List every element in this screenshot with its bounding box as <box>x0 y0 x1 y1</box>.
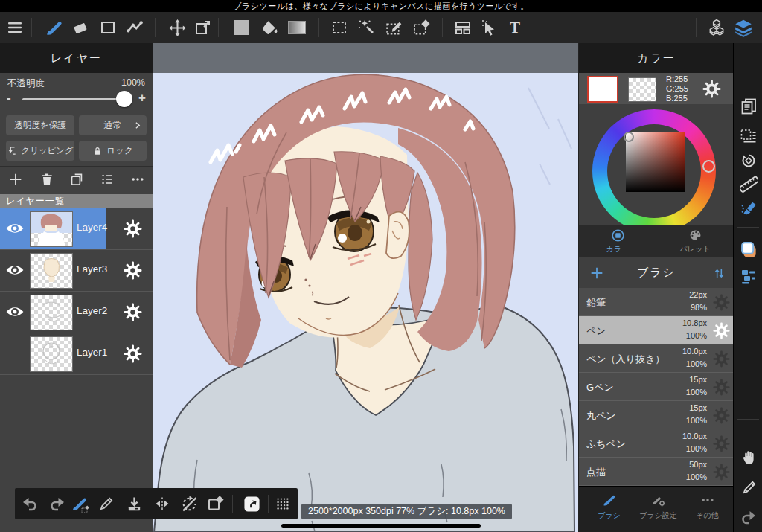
eraser-tool-button[interactable] <box>70 16 92 39</box>
layer-row-layer3[interactable]: Layer3 <box>0 249 153 292</box>
text-tool-button[interactable]: T <box>504 16 526 39</box>
saturation-value-square[interactable] <box>626 132 685 192</box>
delete-layer-button[interactable] <box>37 170 57 189</box>
eye-icon <box>5 304 25 319</box>
color-panel-toggle-button[interactable] <box>739 240 758 259</box>
layer-list-toggle-button[interactable] <box>739 266 758 286</box>
brush-row-pen[interactable]: ペン 10.8px 100% <box>579 316 734 344</box>
brush-row-pen-tapered[interactable]: ペン（入り抜き） 10.0px 100% <box>579 344 734 373</box>
layer-list-button[interactable] <box>97 170 117 189</box>
add-brush-button[interactable] <box>588 264 606 282</box>
layer-settings-button[interactable] <box>122 344 143 363</box>
brush-row-pencil[interactable]: 鉛筆 22px 98% <box>579 288 734 316</box>
brush-row-round-pen[interactable]: 丸ペン 15px 100% <box>579 401 734 429</box>
redo-button[interactable] <box>47 493 68 514</box>
gradient-tool-button[interactable] <box>286 16 308 39</box>
opacity-minus-button[interactable]: - <box>7 91 11 106</box>
clear-button[interactable] <box>205 493 226 514</box>
eyedropper-button[interactable] <box>95 493 116 514</box>
tab-color[interactable]: カラー <box>579 225 656 257</box>
layer-settings-button[interactable] <box>122 260 143 280</box>
rotate-view-button[interactable] <box>739 151 758 170</box>
selection-options-button[interactable] <box>739 126 758 146</box>
magic-wand-tool-button[interactable] <box>355 16 377 39</box>
layer-settings-button[interactable] <box>122 302 143 321</box>
layer-row-layer4[interactable]: Layer4 <box>0 208 153 250</box>
layer-visibility-toggle[interactable] <box>4 219 25 237</box>
tab-other[interactable]: その他 <box>682 493 733 527</box>
brush-settings-button[interactable] <box>711 293 731 311</box>
brush-name: ペン（入り抜き） <box>586 353 665 366</box>
brush-row-edge-pen[interactable]: ふちペン 10.0px 100% <box>579 429 734 458</box>
grid-dots-icon <box>275 496 291 512</box>
redo-button[interactable] <box>739 507 758 527</box>
clipping-button[interactable]: クリッピング <box>6 141 74 161</box>
brush-settings-button[interactable] <box>711 406 731 424</box>
opacity-slider-knob[interactable] <box>116 91 132 107</box>
ruler-button[interactable] <box>739 174 758 193</box>
rotate-reset-button[interactable] <box>179 493 199 514</box>
brush-settings-button[interactable] <box>711 321 731 339</box>
canvas-pasteboard <box>153 43 578 74</box>
select-tool-button[interactable] <box>328 16 350 39</box>
control-point-tool-button[interactable] <box>124 16 146 39</box>
protect-alpha-button[interactable]: 透明度を保護 <box>6 115 74 135</box>
save-button[interactable] <box>124 493 144 514</box>
tab-brush[interactable]: ブラシ <box>583 493 635 527</box>
main-menu-button[interactable] <box>4 16 26 39</box>
select-eraser-tool-button[interactable] <box>411 16 433 39</box>
sv-square-selector[interactable] <box>624 132 634 142</box>
pages-button[interactable] <box>739 97 758 116</box>
undo-button[interactable] <box>19 493 40 514</box>
layer-more-button[interactable] <box>128 170 147 189</box>
opacity-plus-button[interactable]: + <box>138 91 146 106</box>
layer-row-layer2[interactable]: Layer2 <box>0 291 153 333</box>
drag-handle[interactable] <box>272 493 293 514</box>
brush-row-stipple[interactable]: 点描 50px 100% <box>579 458 734 486</box>
layer-visibility-toggle[interactable] <box>4 261 25 279</box>
move-tool-button[interactable] <box>166 16 188 39</box>
layers-panel-button[interactable] <box>732 16 755 39</box>
home-indicator[interactable] <box>281 524 481 528</box>
layer-row-layer1[interactable]: Layer1 <box>0 333 153 375</box>
opacity-slider-track[interactable] <box>22 98 128 100</box>
eyedropper-tool-button[interactable] <box>739 478 758 497</box>
brush-settings-button[interactable] <box>711 463 731 481</box>
fill-color-tool-button[interactable] <box>231 16 253 39</box>
select-pen-tool-button[interactable] <box>383 16 406 39</box>
layer-visibility-toggle[interactable] <box>4 303 25 321</box>
add-layer-button[interactable] <box>6 170 25 189</box>
bucket-tool-button[interactable] <box>258 16 281 39</box>
brush-settings-button[interactable] <box>711 378 731 396</box>
brush-settings-button[interactable] <box>711 435 731 452</box>
flip-horizontal-button[interactable] <box>152 493 173 514</box>
material-button[interactable] <box>705 16 728 39</box>
sort-brushes-button[interactable] <box>711 266 726 281</box>
tab-palette[interactable]: パレット <box>656 225 734 257</box>
canvas-area[interactable] <box>153 43 578 532</box>
color-settings-button[interactable] <box>701 79 722 98</box>
brush-row-g-pen[interactable]: Gペン 15px 100% <box>579 373 734 401</box>
blend-mode-button[interactable]: 通常 <box>79 115 147 135</box>
hue-ring-selector[interactable] <box>702 160 715 173</box>
transparent-color-swatch[interactable] <box>628 77 656 102</box>
brush-eraser-toggle-button[interactable] <box>69 493 90 514</box>
material-brush-button[interactable] <box>739 198 758 217</box>
lock-button[interactable]: ロック <box>79 141 147 161</box>
brush-settings-button[interactable] <box>711 350 731 368</box>
tab-brush-settings[interactable]: ブラシ設定 <box>633 493 684 527</box>
quick-menu-button[interactable] <box>241 493 262 514</box>
primary-color-swatch[interactable] <box>587 76 618 103</box>
brush-tool-button[interactable] <box>43 16 65 39</box>
divide-tool-button[interactable] <box>452 16 474 39</box>
duplicate-layer-button[interactable] <box>68 170 87 189</box>
canvas-artwork[interactable] <box>153 73 578 532</box>
gear-icon <box>124 219 142 238</box>
operation-tool-button[interactable] <box>478 16 500 39</box>
layer-settings-button[interactable] <box>122 219 143 238</box>
flip-horizontal-icon <box>153 495 171 513</box>
shape-tool-button[interactable] <box>97 16 119 39</box>
layer-name: Layer3 <box>77 263 107 275</box>
pan-tool-button[interactable] <box>739 448 758 467</box>
transform-tool-button[interactable] <box>192 16 214 39</box>
